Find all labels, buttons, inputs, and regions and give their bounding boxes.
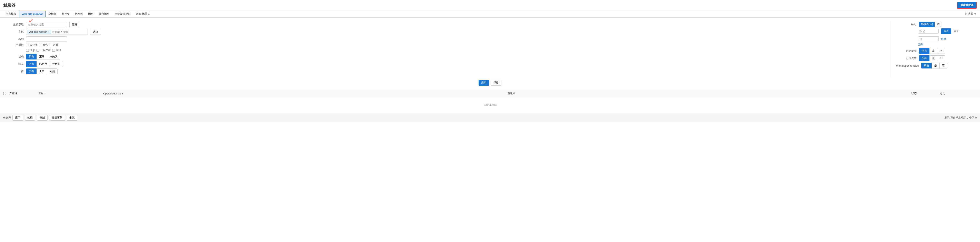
right-filters: 标记 与/或(默认) 或 包含 等于 移除 添加	[891, 20, 977, 77]
tab-web-site-monitor[interactable]: web site monitor	[19, 11, 46, 18]
status1-unknown-btn[interactable]: 未知的	[47, 54, 60, 59]
name-input[interactable]	[26, 36, 67, 42]
apply-button[interactable]: 应用	[479, 80, 489, 86]
bottom-copy-btn[interactable]: 复制	[37, 115, 48, 120]
top-nav: 所有模板 web site monitor 应用集 监控项 触发器 图形 聚合图…	[0, 10, 980, 18]
tab-apps[interactable]: 应用集	[46, 10, 59, 18]
host-group-row: 主机群组 选择	[3, 22, 888, 27]
tags-label: 标记	[896, 22, 916, 26]
two-col-layout: 主机群组 选择 主机 web site monitor ✕ 选择	[3, 20, 977, 77]
tag-remove-link[interactable]: 移除	[941, 37, 946, 41]
value-normal-btn[interactable]: 正常	[37, 69, 47, 74]
status2-disabled-btn[interactable]: 停用的	[49, 61, 63, 67]
host-tag-close[interactable]: ✕	[48, 30, 49, 33]
inherited-no-btn[interactable]: 不	[937, 48, 945, 54]
add-tag-link[interactable]: 添加	[918, 43, 923, 46]
severity-average-check[interactable]	[37, 49, 39, 52]
severity-disaster-label: 灾难	[56, 48, 61, 52]
status1-all-btn[interactable]: 所有	[26, 54, 37, 59]
dependencies-all-btn[interactable]: 所有	[921, 63, 932, 69]
tab-all-templates[interactable]: 所有模板	[3, 10, 19, 18]
value-label: 值	[3, 69, 24, 73]
inherited-label: Inherited	[896, 50, 916, 53]
host-group-input[interactable]	[26, 22, 67, 27]
status2-row: 状态 所有 已启用 停用的	[3, 61, 888, 67]
page-title: 触发器	[3, 2, 16, 8]
col-status: 状态	[912, 91, 940, 95]
reset-button[interactable]: 重设	[491, 80, 501, 86]
tab-merged-graph[interactable]: 聚合图形	[96, 10, 112, 18]
discovered-yes-btn[interactable]: 是	[929, 55, 937, 61]
tag-operator-or-btn[interactable]: 或	[935, 22, 942, 27]
severity-info-check[interactable]	[26, 49, 29, 52]
severity-critical-label: 严重	[53, 43, 58, 47]
host-tag-value: web site monitor	[29, 30, 47, 33]
col-name[interactable]: 名称 ▲	[38, 91, 103, 95]
dependencies-label: With dependencies	[896, 64, 919, 67]
status2-label: 状态	[3, 62, 24, 66]
no-data-message: 未发现数据	[0, 97, 980, 113]
host-search-input[interactable]	[52, 30, 86, 34]
host-label: 主机	[3, 30, 24, 34]
bottom-disable-btn[interactable]: 禁用	[25, 115, 35, 120]
table-header-row: 严重性 名称 ▲ Operational data 表达式 状态 标记	[0, 90, 980, 97]
status1-buttons: 所有 正常 未知的	[26, 54, 60, 59]
action-buttons: 应用 重设	[3, 77, 977, 87]
severity-unclassified-check[interactable]	[26, 44, 29, 46]
severity-warning-check[interactable]	[39, 44, 42, 46]
severity-average[interactable]: 一般严重	[37, 48, 51, 52]
host-tag-chip: web site monitor ✕	[27, 30, 51, 34]
create-trigger-button[interactable]: 创建触发器	[957, 2, 977, 9]
col-opdata-label: Operational data	[103, 92, 123, 95]
severity-disaster-check[interactable]	[52, 49, 55, 52]
bottom-delete-btn[interactable]: 删除	[67, 115, 77, 120]
severity-warning-label: 警告	[43, 43, 48, 47]
severity-checkboxes: 未分类 警告 严重	[26, 43, 58, 47]
discovered-no-btn[interactable]: 不	[937, 55, 945, 61]
tag-operator-and-btn[interactable]: 与/或(默认)	[919, 22, 935, 27]
table-section: 严重性 名称 ▲ Operational data 表达式 状态 标记 未发现数…	[0, 90, 980, 113]
inherited-yes-btn[interactable]: 是	[929, 48, 937, 54]
dependencies-no-btn[interactable]: 不	[939, 63, 947, 69]
tag-name-input[interactable]	[918, 29, 939, 34]
host-row: 主机 web site monitor ✕ 选择	[3, 29, 888, 35]
tab-triggers[interactable]: 触发器	[72, 10, 85, 18]
dependencies-row: With dependencies 所有 是 不	[896, 63, 977, 69]
discovered-all-btn[interactable]: 所有	[919, 55, 929, 61]
status2-all-btn[interactable]: 所有	[26, 61, 37, 67]
severity-unclassified[interactable]: 未分类	[26, 43, 38, 47]
tag-equals-label: 等于	[954, 29, 959, 33]
tab-graph[interactable]: 图形	[86, 10, 96, 18]
severity-warning[interactable]: 警告	[39, 43, 48, 47]
value-all-btn[interactable]: 所有	[26, 69, 37, 74]
page-title-row: 触发器 创建触发器	[0, 0, 980, 10]
col-status-label: 状态	[912, 91, 917, 95]
tab-monitor-items[interactable]: 监控项	[59, 10, 72, 18]
tag-condition-btn[interactable]: 包含	[941, 29, 951, 34]
name-label: 名称	[3, 37, 24, 41]
col-severity-label: 严重性	[10, 91, 18, 95]
filter-label: 过滤器	[965, 12, 973, 16]
status2-enabled-btn[interactable]: 已启用	[37, 61, 49, 67]
status1-normal-btn[interactable]: 正常	[37, 54, 47, 59]
dependencies-yes-btn[interactable]: 是	[932, 63, 939, 69]
filter-icon-button[interactable]: ▿	[974, 11, 977, 17]
severity-critical[interactable]: 严重	[49, 43, 58, 47]
bottom-apply-btn[interactable]: 应用	[13, 115, 23, 120]
inherited-buttons: 所有 是 不	[919, 48, 945, 54]
severity-critical-check[interactable]	[49, 44, 52, 46]
bottom-bar: 0 选择 应用 禁用 复制 批量更新 删除 显示 已自动发现的 0 中的 0	[0, 113, 980, 122]
tab-web-scene[interactable]: Web 场景 1	[134, 10, 152, 18]
inherited-all-btn[interactable]: 所有	[919, 48, 929, 54]
tag-value-input[interactable]	[918, 36, 939, 41]
severity-disaster[interactable]: 灾难	[52, 48, 61, 52]
severity-row: 严重性 未分类 警告 严重	[3, 43, 888, 47]
value-problem-btn[interactable]: 问题	[47, 69, 57, 74]
tab-auto-discovery[interactable]: 自动发现规则	[112, 10, 133, 18]
select-all-checkbox[interactable]	[3, 92, 6, 95]
severity-info[interactable]: 信息	[26, 48, 35, 52]
bottom-mass-update-btn[interactable]: 批量更新	[49, 115, 65, 120]
host-group-select-button[interactable]: 选择	[69, 22, 80, 27]
status1-row: 状态 所有 正常 未知的	[3, 54, 888, 59]
host-select-button[interactable]: 选择	[90, 29, 101, 35]
